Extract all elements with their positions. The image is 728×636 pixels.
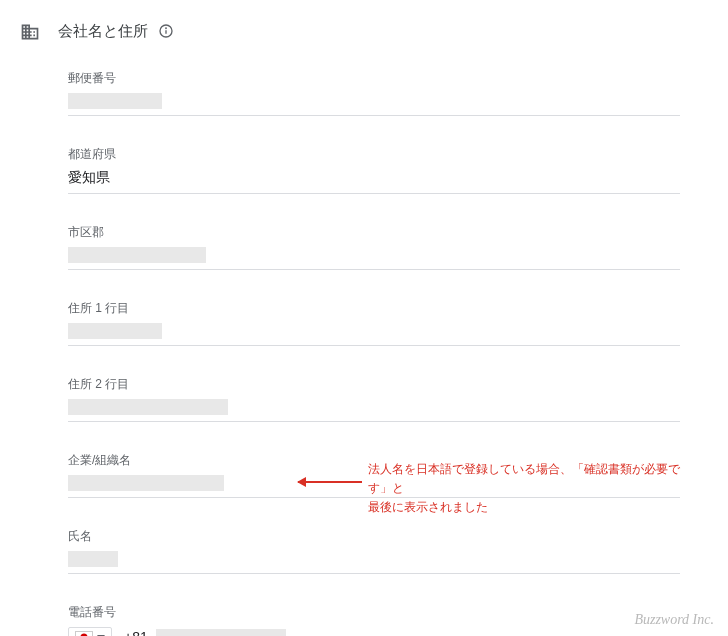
annotation-text: 法人名を日本語で登録している場合、「確認書類が必要です」と 最後に表示されました [368, 460, 680, 518]
org-value-redacted [68, 475, 224, 491]
name-value-redacted [68, 551, 118, 567]
annotation-line2: 最後に表示されました [368, 500, 488, 514]
addr1-label: 住所 1 行目 [68, 300, 680, 317]
name-label: 氏名 [68, 528, 680, 545]
form-container: 会社名と住所 郵便番号 都道府県 愛知県 市区郡 [0, 0, 728, 636]
addr2-label: 住所 2 行目 [68, 376, 680, 393]
city-field: 市区郡 [68, 224, 680, 270]
prefecture-value: 愛知県 [68, 169, 110, 185]
prefecture-label: 都道府県 [68, 146, 680, 163]
name-input[interactable] [68, 551, 680, 574]
postal-value-redacted [68, 93, 162, 109]
watermark-credit: Buzzword Inc. [634, 612, 714, 628]
addr1-input[interactable] [68, 323, 680, 346]
section-title: 会社名と住所 [58, 22, 148, 41]
name-field: 氏名 [68, 528, 680, 574]
city-value-redacted [68, 247, 206, 263]
phone-input[interactable]: +81 [68, 627, 680, 636]
city-input[interactable] [68, 247, 680, 270]
info-icon[interactable] [158, 23, 174, 39]
postal-label: 郵便番号 [68, 70, 680, 87]
form-body: 郵便番号 都道府県 愛知県 市区郡 住所 1 行目 住所 2 行目 [20, 70, 704, 636]
phone-label: 電話番号 [68, 604, 680, 621]
addr1-value-redacted [68, 323, 162, 339]
section-header: 会社名と住所 [20, 20, 704, 42]
annotation-arrow [298, 481, 362, 483]
dial-code: +81 [124, 629, 148, 636]
building-icon [20, 22, 40, 42]
city-label: 市区郡 [68, 224, 680, 241]
addr2-field: 住所 2 行目 [68, 376, 680, 422]
svg-point-2 [166, 28, 167, 29]
addr1-field: 住所 1 行目 [68, 300, 680, 346]
phone-field: 電話番号 +81 [68, 604, 680, 636]
phone-value-redacted [156, 629, 286, 636]
annotation-line1: 法人名を日本語で登録している場合、「確認書類が必要です」と [368, 462, 680, 495]
country-code-selector[interactable] [68, 627, 112, 636]
postal-field: 郵便番号 [68, 70, 680, 116]
prefecture-field: 都道府県 愛知県 [68, 146, 680, 194]
org-field: 企業/組織名 法人名を日本語で登録している場合、「確認書類が必要です」と 最後に… [68, 452, 680, 498]
postal-input[interactable] [68, 93, 680, 116]
japan-flag-icon [75, 631, 93, 636]
addr2-input[interactable] [68, 399, 680, 422]
addr2-value-redacted [68, 399, 228, 415]
prefecture-input[interactable]: 愛知県 [68, 169, 680, 194]
